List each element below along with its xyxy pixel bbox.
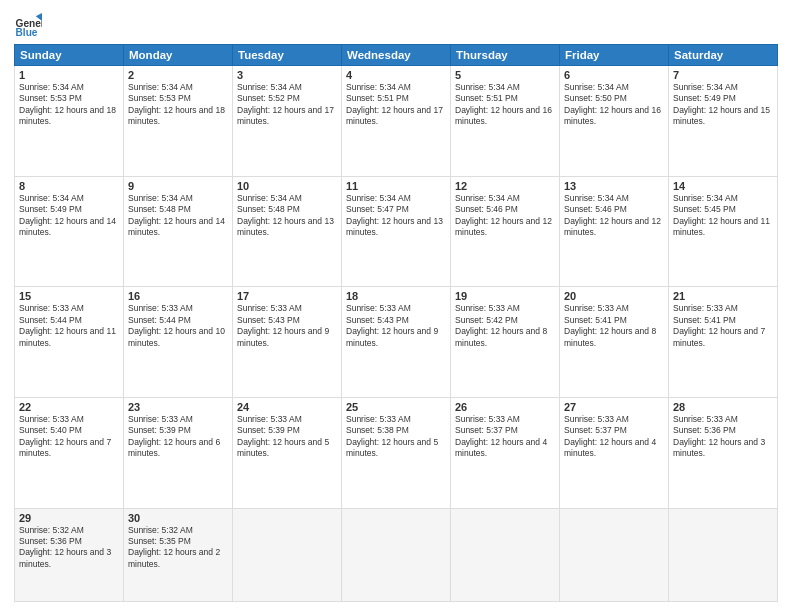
daylight: Daylight: 12 hours and 3 minutes. <box>673 437 765 458</box>
sunset: Sunset: 5:53 PM <box>19 93 82 103</box>
calendar-cell: 27 Sunrise: 5:33 AM Sunset: 5:37 PM Dayl… <box>560 397 669 508</box>
sunrise: Sunrise: 5:34 AM <box>346 193 411 203</box>
calendar-cell: 8 Sunrise: 5:34 AM Sunset: 5:49 PM Dayli… <box>15 176 124 287</box>
day-info: Sunrise: 5:33 AM Sunset: 5:38 PM Dayligh… <box>346 414 446 460</box>
daylight: Daylight: 12 hours and 12 minutes. <box>564 216 661 237</box>
daylight: Daylight: 12 hours and 7 minutes. <box>673 326 765 347</box>
sunrise: Sunrise: 5:34 AM <box>673 193 738 203</box>
sunrise: Sunrise: 5:34 AM <box>19 193 84 203</box>
sunset: Sunset: 5:43 PM <box>237 315 300 325</box>
calendar-cell: 4 Sunrise: 5:34 AM Sunset: 5:51 PM Dayli… <box>342 66 451 177</box>
sunrise: Sunrise: 5:34 AM <box>564 193 629 203</box>
day-number: 28 <box>673 401 773 413</box>
calendar-cell: 22 Sunrise: 5:33 AM Sunset: 5:40 PM Dayl… <box>15 397 124 508</box>
daylight: Daylight: 12 hours and 9 minutes. <box>237 326 329 347</box>
daylight: Daylight: 12 hours and 12 minutes. <box>455 216 552 237</box>
sunset: Sunset: 5:37 PM <box>455 425 518 435</box>
calendar-cell <box>233 508 342 602</box>
day-info: Sunrise: 5:34 AM Sunset: 5:53 PM Dayligh… <box>19 82 119 128</box>
day-info: Sunrise: 5:33 AM Sunset: 5:39 PM Dayligh… <box>237 414 337 460</box>
calendar-cell <box>669 508 778 602</box>
sunset: Sunset: 5:44 PM <box>128 315 191 325</box>
day-info: Sunrise: 5:33 AM Sunset: 5:39 PM Dayligh… <box>128 414 228 460</box>
sunset: Sunset: 5:48 PM <box>237 204 300 214</box>
calendar-cell: 24 Sunrise: 5:33 AM Sunset: 5:39 PM Dayl… <box>233 397 342 508</box>
daylight: Daylight: 12 hours and 18 minutes. <box>19 105 116 126</box>
sunrise: Sunrise: 5:33 AM <box>19 303 84 313</box>
daylight: Daylight: 12 hours and 11 minutes. <box>19 326 116 347</box>
sunset: Sunset: 5:44 PM <box>19 315 82 325</box>
sunset: Sunset: 5:37 PM <box>564 425 627 435</box>
calendar-cell: 7 Sunrise: 5:34 AM Sunset: 5:49 PM Dayli… <box>669 66 778 177</box>
sunrise: Sunrise: 5:34 AM <box>455 193 520 203</box>
day-info: Sunrise: 5:32 AM Sunset: 5:36 PM Dayligh… <box>19 525 119 571</box>
logo-icon: General Blue <box>14 10 42 38</box>
sunset: Sunset: 5:36 PM <box>19 536 82 546</box>
sunrise: Sunrise: 5:33 AM <box>237 414 302 424</box>
daylight: Daylight: 12 hours and 18 minutes. <box>128 105 225 126</box>
calendar-cell: 6 Sunrise: 5:34 AM Sunset: 5:50 PM Dayli… <box>560 66 669 177</box>
week-row-5: 29 Sunrise: 5:32 AM Sunset: 5:36 PM Dayl… <box>15 508 778 602</box>
day-number: 29 <box>19 512 119 524</box>
calendar-cell: 11 Sunrise: 5:34 AM Sunset: 5:47 PM Dayl… <box>342 176 451 287</box>
day-number: 2 <box>128 69 228 81</box>
sunrise: Sunrise: 5:33 AM <box>346 414 411 424</box>
daylight: Daylight: 12 hours and 17 minutes. <box>346 105 443 126</box>
day-number: 3 <box>237 69 337 81</box>
daylight: Daylight: 12 hours and 14 minutes. <box>19 216 116 237</box>
sunset: Sunset: 5:50 PM <box>564 93 627 103</box>
sunrise: Sunrise: 5:34 AM <box>237 82 302 92</box>
day-number: 13 <box>564 180 664 192</box>
day-info: Sunrise: 5:34 AM Sunset: 5:45 PM Dayligh… <box>673 193 773 239</box>
daylight: Daylight: 12 hours and 13 minutes. <box>237 216 334 237</box>
sunrise: Sunrise: 5:33 AM <box>237 303 302 313</box>
calendar-cell: 10 Sunrise: 5:34 AM Sunset: 5:48 PM Dayl… <box>233 176 342 287</box>
day-info: Sunrise: 5:33 AM Sunset: 5:44 PM Dayligh… <box>19 303 119 349</box>
sunset: Sunset: 5:53 PM <box>128 93 191 103</box>
day-info: Sunrise: 5:33 AM Sunset: 5:37 PM Dayligh… <box>455 414 555 460</box>
weekday-tuesday: Tuesday <box>233 45 342 66</box>
day-number: 19 <box>455 290 555 302</box>
day-info: Sunrise: 5:33 AM Sunset: 5:41 PM Dayligh… <box>673 303 773 349</box>
sunset: Sunset: 5:41 PM <box>564 315 627 325</box>
daylight: Daylight: 12 hours and 10 minutes. <box>128 326 225 347</box>
daylight: Daylight: 12 hours and 2 minutes. <box>128 547 220 568</box>
daylight: Daylight: 12 hours and 14 minutes. <box>128 216 225 237</box>
day-info: Sunrise: 5:34 AM Sunset: 5:48 PM Dayligh… <box>128 193 228 239</box>
sunrise: Sunrise: 5:33 AM <box>346 303 411 313</box>
day-info: Sunrise: 5:34 AM Sunset: 5:51 PM Dayligh… <box>455 82 555 128</box>
sunrise: Sunrise: 5:33 AM <box>564 414 629 424</box>
calendar-cell: 9 Sunrise: 5:34 AM Sunset: 5:48 PM Dayli… <box>124 176 233 287</box>
day-number: 30 <box>128 512 228 524</box>
svg-text:Blue: Blue <box>16 27 38 38</box>
day-number: 1 <box>19 69 119 81</box>
daylight: Daylight: 12 hours and 15 minutes. <box>673 105 770 126</box>
weekday-wednesday: Wednesday <box>342 45 451 66</box>
day-number: 8 <box>19 180 119 192</box>
sunrise: Sunrise: 5:33 AM <box>673 303 738 313</box>
page: General Blue SundayMondayTuesdayWednesda… <box>0 0 792 612</box>
sunset: Sunset: 5:35 PM <box>128 536 191 546</box>
day-info: Sunrise: 5:33 AM Sunset: 5:43 PM Dayligh… <box>346 303 446 349</box>
calendar-cell: 1 Sunrise: 5:34 AM Sunset: 5:53 PM Dayli… <box>15 66 124 177</box>
weekday-saturday: Saturday <box>669 45 778 66</box>
day-info: Sunrise: 5:33 AM Sunset: 5:44 PM Dayligh… <box>128 303 228 349</box>
calendar-cell: 20 Sunrise: 5:33 AM Sunset: 5:41 PM Dayl… <box>560 287 669 398</box>
day-number: 16 <box>128 290 228 302</box>
day-number: 4 <box>346 69 446 81</box>
day-number: 10 <box>237 180 337 192</box>
sunset: Sunset: 5:52 PM <box>237 93 300 103</box>
sunrise: Sunrise: 5:34 AM <box>19 82 84 92</box>
day-number: 6 <box>564 69 664 81</box>
calendar-cell: 13 Sunrise: 5:34 AM Sunset: 5:46 PM Dayl… <box>560 176 669 287</box>
sunrise: Sunrise: 5:34 AM <box>346 82 411 92</box>
day-number: 27 <box>564 401 664 413</box>
sunset: Sunset: 5:41 PM <box>673 315 736 325</box>
daylight: Daylight: 12 hours and 9 minutes. <box>346 326 438 347</box>
day-number: 12 <box>455 180 555 192</box>
daylight: Daylight: 12 hours and 8 minutes. <box>564 326 656 347</box>
day-number: 25 <box>346 401 446 413</box>
day-info: Sunrise: 5:34 AM Sunset: 5:46 PM Dayligh… <box>455 193 555 239</box>
header: General Blue <box>14 10 778 38</box>
day-number: 9 <box>128 180 228 192</box>
